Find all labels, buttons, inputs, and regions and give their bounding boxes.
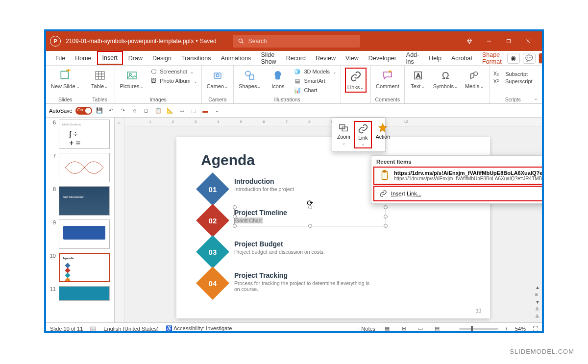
resize-handle[interactable]: [384, 215, 388, 218]
media-button[interactable]: Media: [464, 68, 485, 91]
title-bar: P 2109-01-math-symbols-powerpoint-templa…: [46, 31, 542, 51]
selected-text[interactable]: Gantt Chart: [234, 218, 263, 223]
watermark: SLIDEMODEL.COM: [510, 348, 574, 355]
superscript-button[interactable]: X² Superscript: [493, 78, 533, 84]
qat-more-icon[interactable]: ⌄: [213, 106, 221, 115]
accessibility-status[interactable]: ♿ Accessibility: Investigate: [166, 325, 232, 332]
close-button[interactable]: [518, 31, 538, 51]
qat-icon[interactable]: 🖨: [130, 106, 139, 115]
diamond-icon[interactable]: [460, 31, 479, 51]
thumbnail-current[interactable]: Agenda: [59, 253, 110, 282]
scroll-down-icon[interactable]: ▼: [535, 299, 540, 305]
symbols-button[interactable]: ΩSymbols: [432, 68, 459, 91]
maximize-button[interactable]: [499, 31, 518, 51]
recent-url-bold: https://1drv.ms/p/s!AiEnxjm_fVAfifMbUpE8…: [394, 170, 544, 176]
record-indicator-button[interactable]: ◉: [507, 53, 520, 64]
slide-counter[interactable]: Slide 10 of 11: [50, 326, 83, 332]
tab-view[interactable]: View: [341, 52, 363, 64]
language-status[interactable]: English (United States): [103, 326, 159, 332]
scroll-marker-icon[interactable]: ≡: [535, 292, 540, 297]
scroll-up-icon[interactable]: ▲: [535, 285, 540, 290]
tab-addins[interactable]: Add-ins: [402, 49, 423, 68]
slide-thumbnails[interactable]: 6Math Symbols∫ ÷+ = 7 8Self Introduction…: [46, 118, 115, 322]
tab-acrobat[interactable]: Acrobat: [447, 52, 477, 64]
tab-help[interactable]: Help: [424, 52, 446, 64]
qat-icon[interactable]: 📐: [166, 106, 174, 115]
undo-icon[interactable]: ↶: [107, 106, 116, 115]
reading-view-icon[interactable]: ▭: [416, 325, 425, 333]
search-box[interactable]: Search: [233, 35, 360, 48]
link-icon: [379, 190, 387, 197]
zoom-in-button[interactable]: +: [505, 326, 508, 332]
qat-icon[interactable]: ▬: [201, 106, 210, 115]
action-button[interactable]: Action: [374, 121, 392, 148]
tab-design[interactable]: Design: [148, 52, 176, 64]
redo-icon[interactable]: ↷: [119, 106, 127, 115]
tab-home[interactable]: Home: [71, 52, 96, 64]
thumbnail[interactable]: [59, 219, 110, 249]
cameo-button[interactable]: Cameo: [206, 68, 229, 91]
resize-handle[interactable]: [384, 205, 388, 209]
share-button[interactable]: [539, 53, 544, 64]
insert-link-button[interactable]: Insert Link...: [373, 186, 544, 201]
shapes-button[interactable]: Shapes: [238, 68, 262, 91]
tab-review[interactable]: Review: [311, 52, 340, 64]
qat-icon[interactable]: 📋: [154, 106, 163, 115]
qat-icon[interactable]: 🗋: [142, 106, 151, 115]
tab-developer[interactable]: Developer: [364, 52, 401, 64]
photo-album-button[interactable]: 🖼Photo Album: [149, 77, 197, 85]
links-button[interactable]: Links: [345, 68, 367, 93]
tab-transitions[interactable]: Transitions: [177, 52, 216, 64]
smartart-button[interactable]: ▤SmartArt: [294, 77, 337, 85]
tab-draw[interactable]: Draw: [124, 52, 147, 64]
collapse-ribbon-icon[interactable]: ⌄: [534, 95, 538, 101]
spellcheck-icon[interactable]: 📖: [90, 325, 97, 332]
qat-icon[interactable]: ⬚: [189, 106, 198, 115]
resize-handle[interactable]: [384, 224, 388, 228]
save-icon[interactable]: 💾: [95, 106, 104, 115]
next-slide-icon[interactable]: ≚: [535, 314, 540, 319]
slide-page-number: 10: [476, 308, 481, 314]
thumbnail[interactable]: Math Symbols∫ ÷+ =: [59, 120, 110, 149]
icons-button[interactable]: Icons: [267, 68, 289, 90]
qat-icon[interactable]: ▭: [177, 106, 186, 115]
slideshow-view-icon[interactable]: ▤: [432, 325, 442, 333]
sorter-view-icon[interactable]: ⊞: [399, 325, 409, 333]
agenda-number-icon: 01: [196, 172, 229, 206]
resize-handle[interactable]: [308, 224, 312, 228]
notes-button[interactable]: ≡ Notes: [357, 326, 375, 332]
prev-slide-icon[interactable]: ≙: [535, 307, 540, 312]
zoom-button[interactable]: Zoom: [335, 121, 352, 148]
resize-handle[interactable]: [308, 205, 312, 209]
comment-button[interactable]: Comment: [375, 68, 400, 90]
recent-item[interactable]: https://1drv.ms/p/s!AiEnxjm_fVAfifMbUpE8…: [373, 167, 544, 185]
comments-pane-button[interactable]: 💬: [523, 53, 536, 64]
link-button[interactable]: Link: [354, 121, 372, 148]
thumbnail[interactable]: [59, 286, 110, 301]
tab-slideshow[interactable]: Slide Show: [256, 49, 280, 68]
tab-insert[interactable]: Insert: [97, 51, 123, 65]
chart-button[interactable]: 📊Chart: [294, 86, 337, 94]
tab-file[interactable]: File: [51, 52, 70, 64]
fit-to-window-icon[interactable]: ⛶: [533, 326, 538, 332]
thumbnail[interactable]: [59, 153, 110, 182]
zoom-level[interactable]: 54%: [515, 326, 526, 332]
tab-record[interactable]: Record: [282, 52, 310, 64]
pictures-button[interactable]: Pictures: [119, 68, 145, 91]
normal-view-icon[interactable]: ▦: [382, 325, 392, 333]
3d-models-button[interactable]: 🧊3D Models: [294, 68, 337, 75]
subscript-button[interactable]: X₂ Subscript: [493, 71, 533, 77]
zoom-out-button[interactable]: −: [449, 326, 452, 332]
tab-animations[interactable]: Animations: [217, 52, 256, 64]
screenshot-button[interactable]: 🖵Screenshot: [149, 68, 197, 75]
autosave-toggle[interactable]: On: [75, 107, 92, 115]
table-button[interactable]: Table: [89, 68, 111, 91]
thumbnail[interactable]: Self Introduction: [59, 186, 110, 216]
text-button[interactable]: AText: [409, 68, 427, 91]
tab-shape-format[interactable]: Shape Format: [478, 49, 506, 68]
minimize-button[interactable]: [479, 31, 499, 51]
resize-handle[interactable]: [233, 224, 237, 228]
zoom-slider[interactable]: [459, 328, 498, 330]
new-slide-button[interactable]: New Slide: [50, 68, 81, 91]
document-title[interactable]: 2109-01-math-symbols-powerpoint-template…: [66, 38, 223, 45]
